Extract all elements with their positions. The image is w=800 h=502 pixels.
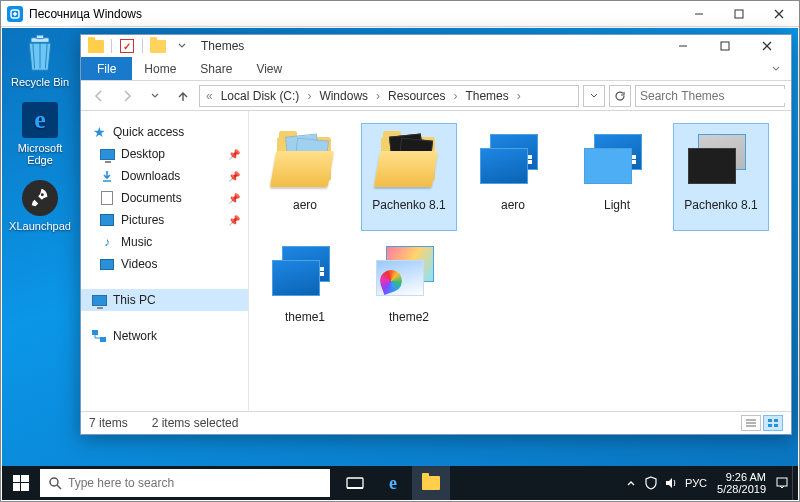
crumb[interactable]: Themes: [461, 89, 512, 103]
crumb[interactable]: Windows: [315, 89, 372, 103]
view-details-button[interactable]: [741, 415, 761, 431]
svg-rect-25: [13, 483, 20, 491]
nav-back-button[interactable]: [87, 84, 111, 108]
desktop-icon-recycle-bin[interactable]: Recycle Bin: [8, 34, 72, 88]
tab-file[interactable]: File: [81, 57, 132, 80]
navigation-pane[interactable]: ★Quick access Desktop📌 Downloads📌 Docume…: [81, 111, 249, 411]
sandbox-close-button[interactable]: [759, 1, 799, 27]
tray-expand-button[interactable]: [621, 466, 641, 500]
nav-item-desktop[interactable]: Desktop📌: [81, 143, 248, 165]
svg-point-27: [50, 478, 58, 486]
crumb[interactable]: Resources: [384, 89, 449, 103]
recycle-bin-icon: [20, 34, 60, 74]
videos-icon: [99, 256, 115, 272]
nav-item-music[interactable]: ♪Music: [81, 231, 248, 253]
sandbox-maximize-button[interactable]: [719, 1, 759, 27]
task-view-button[interactable]: [336, 466, 374, 500]
explorer-minimize-button[interactable]: [663, 35, 703, 57]
status-bar: 7 items 2 items selected: [81, 412, 791, 434]
sandbox-titlebar[interactable]: Песочница Windows: [1, 1, 799, 27]
explorer-close-button[interactable]: [747, 35, 787, 57]
sandbox-window: Песочница Windows Recycle Bin e Microsof…: [0, 0, 800, 502]
ribbon-expand-button[interactable]: [761, 57, 791, 80]
edge-icon: e: [20, 100, 60, 140]
sandbox-minimize-button[interactable]: [679, 1, 719, 27]
sandbox-title: Песочница Windows: [29, 7, 679, 21]
crumb[interactable]: Local Disk (C:): [217, 89, 304, 103]
view-switcher: [741, 415, 783, 431]
tray-notifications-button[interactable]: [772, 466, 792, 500]
star-icon: ★: [91, 124, 107, 140]
svg-rect-24: [21, 475, 29, 482]
explorer-qat: ✓ Themes: [81, 35, 791, 57]
show-desktop-button[interactable]: [792, 466, 798, 500]
file-tile-folder[interactable]: aero: [257, 123, 353, 231]
desktop-icon-xlaunchpad[interactable]: XLaunchpad: [8, 178, 72, 232]
breadcrumb[interactable]: « Local Disk (C:)› Windows› Resources› T…: [199, 85, 579, 107]
nav-network[interactable]: Network: [81, 325, 248, 347]
chevron-right-icon: ›: [515, 89, 523, 103]
tray-security-icon[interactable]: [641, 466, 661, 500]
tray-volume-icon[interactable]: [661, 466, 681, 500]
explorer-maximize-button[interactable]: [705, 35, 745, 57]
file-tile-theme[interactable]: aero: [465, 123, 561, 231]
pin-icon: 📌: [228, 171, 240, 182]
qat-newfolder-button[interactable]: [147, 36, 169, 56]
sandbox-app-icon: [7, 6, 23, 22]
search-box[interactable]: [635, 85, 785, 107]
file-tile-theme[interactable]: Light: [569, 123, 665, 231]
svg-rect-26: [21, 483, 29, 491]
desktop-icon-label: Microsoft Edge: [8, 142, 72, 166]
qat-properties-button[interactable]: ✓: [116, 36, 138, 56]
nav-item-downloads[interactable]: Downloads📌: [81, 165, 248, 187]
file-tile-theme[interactable]: Pachenko 8.1: [673, 123, 769, 231]
nav-recent-button[interactable]: [143, 84, 167, 108]
taskbar-explorer-button[interactable]: [412, 466, 450, 500]
network-icon: [91, 328, 107, 344]
start-button[interactable]: [2, 466, 40, 500]
explorer-body: ★Quick access Desktop📌 Downloads📌 Docume…: [81, 111, 791, 412]
file-tile-theme[interactable]: theme1: [257, 235, 353, 343]
nav-quick-access[interactable]: ★Quick access: [81, 121, 248, 143]
qat-folder-icon[interactable]: [85, 36, 107, 56]
taskbar-search-input[interactable]: [68, 476, 322, 490]
tab-share[interactable]: Share: [188, 57, 244, 80]
explorer-navbar: « Local Disk (C:)› Windows› Resources› T…: [81, 81, 791, 111]
svg-rect-23: [13, 475, 20, 482]
chevron-right-icon: ›: [451, 89, 459, 103]
address-dropdown-button[interactable]: [583, 85, 605, 107]
tray-clock[interactable]: 9:26 AM 5/28/2019: [711, 471, 772, 495]
nav-this-pc[interactable]: This PC: [81, 289, 248, 311]
search-input[interactable]: [640, 89, 790, 103]
view-largeicons-button[interactable]: [763, 415, 783, 431]
tray-language[interactable]: РУС: [681, 466, 711, 500]
tab-view[interactable]: View: [244, 57, 294, 80]
taskbar-edge-button[interactable]: e: [374, 466, 412, 500]
downloads-icon: [99, 168, 115, 184]
pin-icon: 📌: [228, 149, 240, 160]
clock-time: 9:26 AM: [717, 471, 766, 483]
file-tile-theme[interactable]: theme2: [361, 235, 457, 343]
svg-rect-31: [777, 478, 787, 486]
qat-customize-button[interactable]: [171, 36, 193, 56]
desktop-icon-edge[interactable]: e Microsoft Edge: [8, 100, 72, 166]
documents-icon: [99, 190, 115, 206]
theme-icon: [268, 240, 342, 304]
tab-home[interactable]: Home: [132, 57, 188, 80]
separator: [111, 39, 112, 53]
nav-item-pictures[interactable]: Pictures📌: [81, 209, 248, 231]
guest-desktop[interactable]: Recycle Bin e Microsoft Edge XLaunchpad …: [2, 28, 798, 500]
svg-rect-19: [768, 419, 772, 422]
nav-forward-button[interactable]: [115, 84, 139, 108]
svg-rect-21: [768, 424, 772, 427]
nav-item-documents[interactable]: Documents📌: [81, 187, 248, 209]
nav-item-videos[interactable]: Videos: [81, 253, 248, 275]
status-count: 7 items: [89, 416, 128, 430]
taskbar-search[interactable]: [40, 469, 330, 497]
file-label: aero: [501, 198, 525, 212]
refresh-button[interactable]: [609, 85, 631, 107]
nav-up-button[interactable]: [171, 84, 195, 108]
svg-rect-20: [774, 419, 778, 422]
file-list[interactable]: aero Pachenko 8.1 aero Lig: [249, 111, 791, 411]
file-tile-folder[interactable]: Pachenko 8.1: [361, 123, 457, 231]
